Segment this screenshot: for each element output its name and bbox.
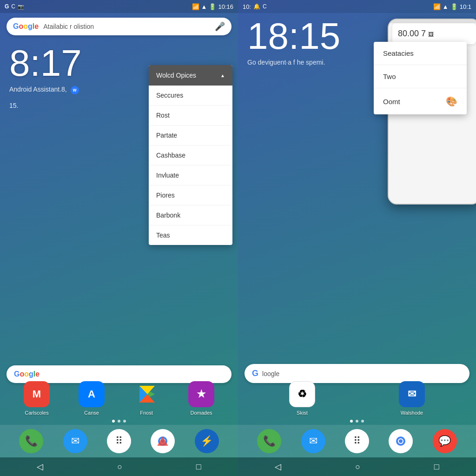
- left-bottom-dock: 📞 ✉ ⠿ ⚡: [0, 425, 238, 457]
- recents-button-right[interactable]: □: [434, 462, 439, 472]
- left-system-icons: 📶 ▲ 🔋 10:16: [192, 3, 233, 10]
- right-app-skist[interactable]: ♻ Skist: [289, 381, 315, 416]
- right-google-bar-bottom[interactable]: G loogle: [245, 364, 469, 383]
- wifi-icon: 📶: [192, 3, 199, 10]
- left-panel: G C 📷 📶 ▲ 🔋 10:16 Google Atailabic r oli…: [0, 0, 238, 476]
- svg-point-11: [399, 439, 403, 443]
- home-button-left[interactable]: ○: [117, 462, 122, 472]
- phone-card: 80.00 7 🖼: [392, 23, 476, 44]
- dropdown-item-teas[interactable]: Teas: [149, 225, 232, 245]
- dock-phone-right[interactable]: 📞: [257, 429, 281, 453]
- dock-chrome-right[interactable]: [389, 429, 413, 453]
- dock-apps-left[interactable]: ⠿: [107, 429, 131, 453]
- g-icon: G: [5, 3, 9, 10]
- back-button-right[interactable]: ◁: [275, 462, 281, 472]
- dock-mail-left[interactable]: ✉: [63, 429, 87, 453]
- dropdown-arrow: ▲: [220, 73, 225, 78]
- back-button-left[interactable]: ◁: [37, 462, 43, 472]
- dropdown-item-barbonk[interactable]: Barbonk: [149, 205, 232, 225]
- dock-phone-left[interactable]: 📞: [19, 429, 43, 453]
- left-app-carlscoles[interactable]: M Carlscoles: [24, 381, 50, 416]
- home-button-right[interactable]: ○: [355, 462, 360, 472]
- dropdown-item-seccures[interactable]: Seccures: [149, 86, 232, 106]
- canse-label: Canse: [84, 410, 99, 416]
- walshode-label: Walshode: [401, 410, 423, 416]
- dropdown-header: Wolcd Opices ▲: [149, 65, 232, 86]
- dropdown-item-rost[interactable]: Rost: [149, 106, 232, 126]
- recents-button-left[interactable]: □: [196, 462, 201, 472]
- right-status-bar: 10: 🔔 C 📶 ▲ 🔋 10:1: [238, 0, 476, 13]
- right-app-grid: ♻ Skist ✉ Walshode: [238, 381, 476, 416]
- dot-2: [118, 420, 120, 423]
- left-app-canse[interactable]: A Canse: [79, 381, 105, 416]
- dropdown-item-invluate[interactable]: Invluate: [149, 165, 232, 185]
- dock-flash-left[interactable]: ⚡: [195, 429, 219, 453]
- dot-3: [123, 420, 126, 423]
- context-item-seatacies[interactable]: Seatacies: [374, 42, 467, 65]
- google-logo-left: Google: [13, 22, 39, 31]
- signal-icon: ▲: [201, 3, 207, 10]
- dropdown-item-partate[interactable]: Partate: [149, 126, 232, 145]
- c-icon: C: [11, 3, 15, 10]
- carlscoles-label: Carlscoles: [25, 410, 48, 416]
- battery-icon: 🔋: [209, 3, 216, 10]
- fnost-label: Fnost: [140, 410, 153, 416]
- left-nav-bar: ◁ ○ □: [0, 457, 238, 476]
- playstore-icon[interactable]: [133, 381, 159, 407]
- dock-mail-right[interactable]: ✉: [301, 429, 325, 453]
- left-time: 10:16: [218, 3, 233, 10]
- right-system-icons: 📶 ▲ 🔋 10:1: [433, 3, 471, 10]
- topstar-icon[interactable]: ★: [188, 381, 214, 407]
- search-input-left[interactable]: Atailabic r olistion: [43, 23, 210, 30]
- dock-chat-right[interactable]: 💬: [433, 429, 457, 453]
- gmail-icon[interactable]: M: [24, 381, 50, 407]
- dock-apps-right[interactable]: ⠿: [345, 429, 369, 453]
- right-bottom-dock: 📞 ✉ ⠿ 💬: [238, 425, 476, 457]
- phone-value: 80.00 7 🖼: [398, 29, 470, 39]
- left-app-fnost[interactable]: Fnost: [133, 381, 159, 416]
- right-left-icons: 10: 🔔 C: [243, 3, 267, 10]
- right-time: 10:1: [460, 3, 471, 10]
- google-logo-bottom-left: Google: [14, 370, 40, 378]
- context-item-oomt[interactable]: Oomt 🎨: [374, 88, 467, 114]
- walshode-icon[interactable]: ✉: [399, 381, 425, 407]
- right-bell-icon: 🔔: [253, 3, 260, 10]
- dock-chrome-left[interactable]: [151, 429, 175, 453]
- right-g-logo: G: [252, 369, 258, 378]
- skist-label: Skist: [297, 410, 308, 416]
- dropdown-item-cashbase[interactable]: Cashbase: [149, 145, 232, 165]
- left-dropdown-menu: Wolcd Opices ▲ Seccures Rost Partate Cas…: [149, 65, 232, 245]
- dropdown-item-piores[interactable]: Piores: [149, 185, 232, 205]
- assistant-badge: w: [71, 86, 79, 94]
- right-nav-bar: ◁ ○ □: [238, 457, 476, 476]
- right-battery-icon: 🔋: [450, 3, 458, 10]
- right-dot-3: [361, 420, 364, 423]
- right-app-walshode[interactable]: ✉ Walshode: [399, 381, 425, 416]
- context-item-two[interactable]: Two: [374, 65, 467, 88]
- left-page-dots: [0, 420, 238, 423]
- left-app-grid: M Carlscoles A Canse Fnost ★: [0, 381, 238, 416]
- right-page-dots: [238, 420, 476, 423]
- right-dot-1: [350, 420, 353, 423]
- left-app-domades[interactable]: ★ Domades: [188, 381, 214, 416]
- oomt-app-icon: 🎨: [446, 96, 457, 107]
- dot-1: [112, 420, 115, 423]
- left-status-bar: G C 📷 📶 ▲ 🔋 10:16: [0, 0, 238, 13]
- mic-icon-left[interactable]: 🎤: [215, 21, 225, 32]
- right-context-menu: Seatacies Two Oomt 🎨: [374, 42, 467, 114]
- camera-icon: 📷: [18, 4, 24, 10]
- right-search-text: loogle: [262, 370, 279, 377]
- right-dot-2: [356, 420, 358, 423]
- appstore-icon[interactable]: A: [79, 381, 105, 407]
- skist-icon[interactable]: ♻: [289, 381, 315, 407]
- right-c-icon: C: [263, 3, 267, 10]
- right-status-left-text: 10:: [243, 3, 251, 10]
- phone-icon-small: 🖼: [428, 31, 434, 38]
- left-search-bar[interactable]: Google Atailabic r olistion 🎤: [7, 18, 231, 35]
- right-wifi-icon: 📶: [433, 3, 441, 10]
- right-signal-icon: ▲: [443, 3, 449, 10]
- left-notification-icons: G C 📷: [5, 3, 24, 10]
- domades-label: Domades: [190, 410, 212, 416]
- left-google-bar-bottom[interactable]: Google: [7, 365, 231, 383]
- right-panel: 10: 🔔 C 📶 ▲ 🔋 10:1 18:15 Go deviguent·a …: [238, 0, 476, 476]
